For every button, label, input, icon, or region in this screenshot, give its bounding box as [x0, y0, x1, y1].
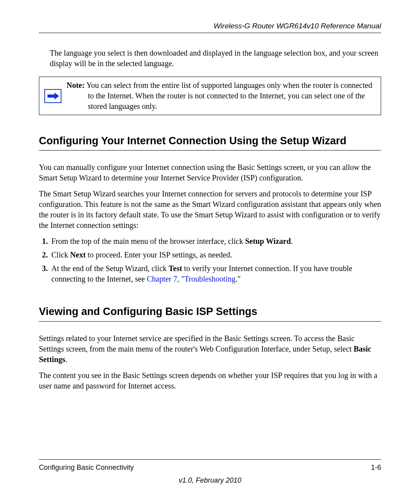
step-2-text-a: Click	[51, 250, 70, 259]
step-3-text-a: At the end of the Setup Wizard, click	[51, 264, 169, 273]
note-label: Note:	[66, 81, 85, 89]
step-1-bold: Setup Wizard	[245, 237, 291, 245]
step-3-bold: Test	[169, 264, 182, 273]
step-2-text-c: to proceed. Enter your ISP settings, as …	[86, 250, 232, 259]
note-content: You can select from the entire list of s…	[86, 81, 372, 110]
note-box: Note: You can select from the entire lis…	[39, 77, 381, 115]
note-icon-cell	[42, 80, 63, 112]
steps-list: From the top of the main menu of the bro…	[39, 236, 381, 287]
step-1-text-c: .	[291, 237, 293, 245]
footer-section: Configuring Basic Connectivity	[39, 464, 134, 472]
arrow-right-icon	[44, 89, 61, 103]
step-3: At the end of the Setup Wizard, click Te…	[50, 263, 381, 284]
section2-para1: Settings related to your Internet servic…	[39, 333, 381, 365]
troubleshooting-link[interactable]: Chapter 7, "Troubleshooting	[147, 275, 235, 283]
step-2-bold: Next	[70, 250, 86, 259]
page-footer: Configuring Basic Connectivity 1-6 v1.0,…	[39, 459, 381, 485]
section1-para2: The Smart Setup Wizard searches your Int…	[39, 189, 381, 231]
section-heading-setup-wizard: Configuring Your Internet Connection Usi…	[39, 135, 381, 150]
step-2: Click Next to proceed. Enter your ISP se…	[50, 250, 381, 260]
step-1-text-a: From the top of the main menu of the bro…	[51, 237, 245, 245]
section1-para1: You can manually configure your Internet…	[39, 162, 381, 183]
step-3-text-d: ."	[235, 275, 240, 283]
section2-para1-a: Settings related to your Internet servic…	[39, 334, 355, 353]
page-header: Wireless-G Router WGR614v10 Reference Ma…	[39, 22, 381, 33]
footer-page-number: 1-6	[371, 464, 381, 472]
note-text: Note: You can select from the entire lis…	[63, 80, 377, 112]
section2-para1-c: .	[65, 355, 67, 364]
step-1: From the top of the main menu of the bro…	[50, 236, 381, 247]
section-heading-basic-isp: Viewing and Configuring Basic ISP Settin…	[39, 305, 381, 321]
footer-version: v1.0, February 2010	[39, 476, 381, 485]
intro-paragraph: The language you select is then download…	[50, 48, 381, 69]
section2-para2: The content you see in the Basic Setting…	[39, 370, 381, 391]
